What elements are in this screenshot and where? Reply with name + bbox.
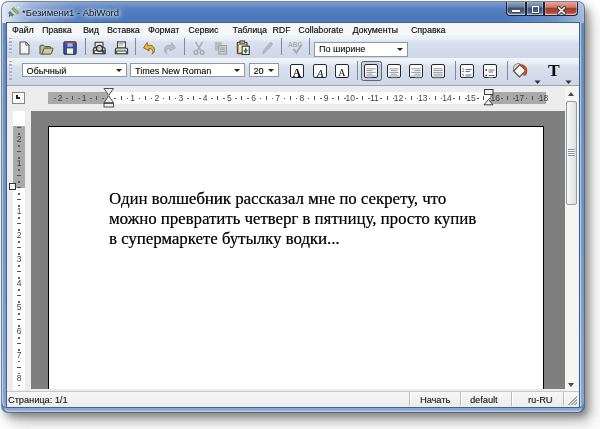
svg-text:T: T xyxy=(548,62,560,78)
svg-text:A: A xyxy=(292,67,301,79)
svg-text:A: A xyxy=(315,67,323,79)
svg-text:A: A xyxy=(338,67,346,78)
svg-text:1: 1 xyxy=(461,67,464,72)
svg-text:2: 2 xyxy=(461,73,464,78)
